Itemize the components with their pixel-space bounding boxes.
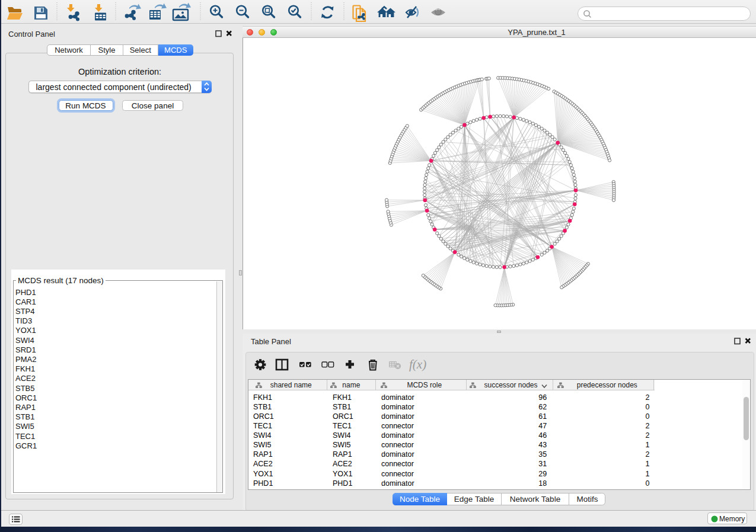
svg-text:f(x): f(x)	[409, 357, 426, 371]
